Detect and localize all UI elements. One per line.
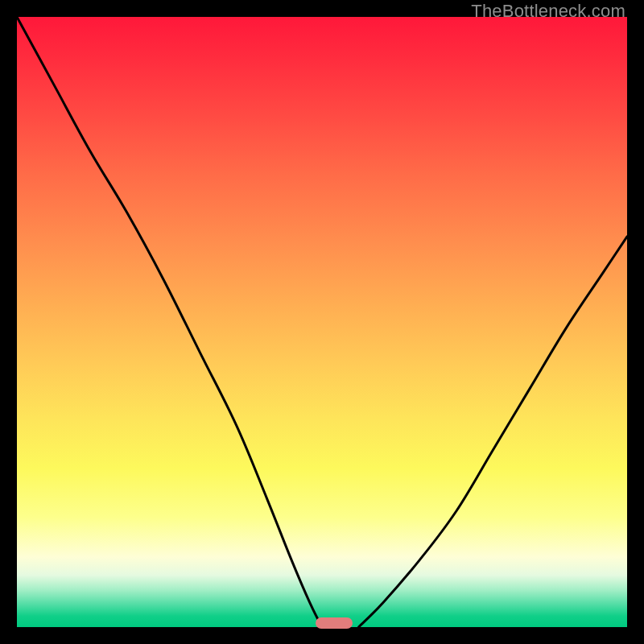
chart-frame: TheBottleneck.com — [0, 0, 644, 644]
watermark-text: TheBottleneck.com — [471, 1, 625, 22]
curve-layer — [17, 17, 627, 627]
minimum-marker — [316, 617, 352, 629]
left-curve — [17, 17, 322, 627]
right-curve — [358, 237, 627, 627]
